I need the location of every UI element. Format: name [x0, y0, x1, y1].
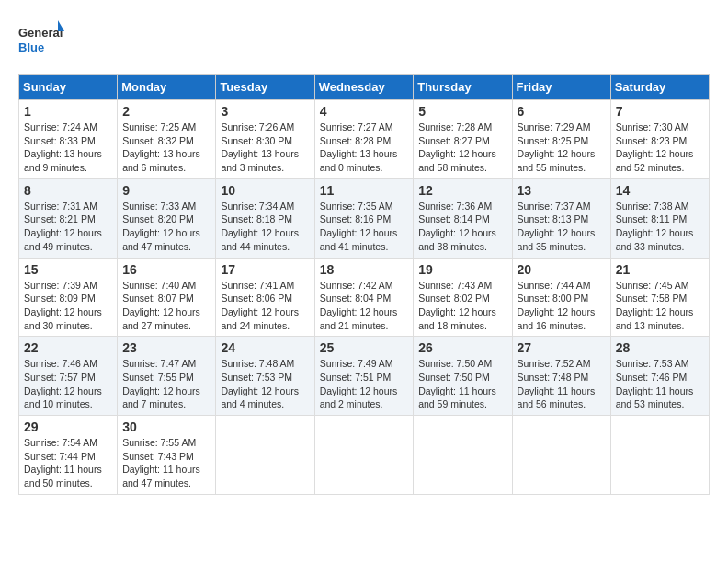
day-info: Sunrise: 7:54 AM Sunset: 7:44 PM Dayligh…	[24, 436, 112, 490]
day-number: 14	[616, 183, 704, 198]
day-number: 22	[24, 340, 112, 355]
table-cell	[414, 416, 512, 495]
table-cell: 6 Sunrise: 7:29 AM Sunset: 8:25 PM Dayli…	[512, 100, 610, 179]
logo: General Blue	[18, 18, 64, 60]
day-number: 9	[122, 183, 210, 198]
table-cell: 10 Sunrise: 7:34 AM Sunset: 8:18 PM Dayl…	[216, 178, 314, 258]
day-info: Sunrise: 7:50 AM Sunset: 7:50 PM Dayligh…	[418, 357, 506, 411]
day-number: 10	[221, 183, 309, 198]
day-info: Sunrise: 7:25 AM Sunset: 8:32 PM Dayligh…	[122, 121, 210, 175]
day-info: Sunrise: 7:45 AM Sunset: 7:58 PM Dayligh…	[616, 279, 704, 333]
table-cell: 16 Sunrise: 7:40 AM Sunset: 8:07 PM Dayl…	[118, 258, 216, 337]
table-cell: 12 Sunrise: 7:36 AM Sunset: 8:14 PM Dayl…	[414, 178, 512, 258]
table-cell: 15 Sunrise: 7:39 AM Sunset: 8:09 PM Dayl…	[19, 258, 118, 337]
day-info: Sunrise: 7:28 AM Sunset: 8:27 PM Dayligh…	[418, 121, 506, 175]
day-info: Sunrise: 7:27 AM Sunset: 8:28 PM Dayligh…	[320, 121, 409, 175]
table-cell: 14 Sunrise: 7:38 AM Sunset: 8:11 PM Dayl…	[610, 178, 709, 258]
table-cell: 18 Sunrise: 7:42 AM Sunset: 8:04 PM Dayl…	[314, 258, 414, 337]
day-info: Sunrise: 7:29 AM Sunset: 8:25 PM Dayligh…	[518, 121, 606, 175]
day-info: Sunrise: 7:39 AM Sunset: 8:09 PM Dayligh…	[24, 279, 112, 333]
table-cell: 7 Sunrise: 7:30 AM Sunset: 8:23 PM Dayli…	[610, 100, 709, 179]
day-number: 15	[24, 262, 112, 277]
day-number: 12	[418, 183, 506, 198]
col-sunday: Sunday	[19, 75, 118, 100]
calendar-row-1: 1 Sunrise: 7:24 AM Sunset: 8:33 PM Dayli…	[19, 100, 710, 179]
calendar-row-2: 8 Sunrise: 7:31 AM Sunset: 8:21 PM Dayli…	[19, 178, 710, 258]
day-number: 27	[518, 340, 606, 355]
svg-text:General: General	[18, 26, 63, 40]
calendar-row-3: 15 Sunrise: 7:39 AM Sunset: 8:09 PM Dayl…	[19, 258, 710, 337]
day-info: Sunrise: 7:52 AM Sunset: 7:48 PM Dayligh…	[518, 357, 606, 411]
table-cell: 28 Sunrise: 7:53 AM Sunset: 7:46 PM Dayl…	[610, 337, 709, 416]
table-cell	[512, 416, 610, 495]
day-number: 7	[616, 104, 704, 119]
table-cell: 5 Sunrise: 7:28 AM Sunset: 8:27 PM Dayli…	[414, 100, 512, 179]
day-info: Sunrise: 7:35 AM Sunset: 8:16 PM Dayligh…	[320, 200, 409, 254]
day-info: Sunrise: 7:24 AM Sunset: 8:33 PM Dayligh…	[24, 121, 112, 175]
day-number: 20	[518, 262, 606, 277]
day-info: Sunrise: 7:42 AM Sunset: 8:04 PM Dayligh…	[320, 279, 409, 333]
day-info: Sunrise: 7:38 AM Sunset: 8:11 PM Dayligh…	[616, 200, 704, 254]
svg-marker-2	[58, 20, 64, 31]
logo-svg: General Blue	[18, 18, 64, 60]
day-info: Sunrise: 7:44 AM Sunset: 8:00 PM Dayligh…	[518, 279, 606, 333]
day-number: 8	[24, 183, 112, 198]
day-info: Sunrise: 7:55 AM Sunset: 7:43 PM Dayligh…	[122, 436, 210, 490]
day-number: 16	[122, 262, 210, 277]
day-info: Sunrise: 7:46 AM Sunset: 7:57 PM Dayligh…	[24, 357, 112, 411]
day-number: 25	[320, 340, 409, 355]
day-number: 4	[320, 104, 409, 119]
day-number: 17	[221, 262, 309, 277]
page-header: General Blue	[18, 18, 710, 60]
col-monday: Monday	[118, 75, 216, 100]
day-number: 30	[122, 419, 210, 434]
table-cell: 11 Sunrise: 7:35 AM Sunset: 8:16 PM Dayl…	[314, 178, 414, 258]
table-cell: 22 Sunrise: 7:46 AM Sunset: 7:57 PM Dayl…	[19, 337, 118, 416]
day-number: 11	[320, 183, 409, 198]
table-cell: 23 Sunrise: 7:47 AM Sunset: 7:55 PM Dayl…	[118, 337, 216, 416]
day-number: 19	[418, 262, 506, 277]
day-info: Sunrise: 7:30 AM Sunset: 8:23 PM Dayligh…	[616, 121, 704, 175]
day-number: 6	[518, 104, 606, 119]
calendar-row-5: 29 Sunrise: 7:54 AM Sunset: 7:44 PM Dayl…	[19, 416, 710, 495]
table-cell: 2 Sunrise: 7:25 AM Sunset: 8:32 PM Dayli…	[118, 100, 216, 179]
table-cell: 26 Sunrise: 7:50 AM Sunset: 7:50 PM Dayl…	[414, 337, 512, 416]
day-info: Sunrise: 7:41 AM Sunset: 8:06 PM Dayligh…	[221, 279, 309, 333]
day-info: Sunrise: 7:34 AM Sunset: 8:18 PM Dayligh…	[221, 200, 309, 254]
day-info: Sunrise: 7:53 AM Sunset: 7:46 PM Dayligh…	[616, 357, 704, 411]
day-number: 3	[221, 104, 309, 119]
day-info: Sunrise: 7:43 AM Sunset: 8:02 PM Dayligh…	[418, 279, 506, 333]
day-info: Sunrise: 7:48 AM Sunset: 7:53 PM Dayligh…	[221, 357, 309, 411]
day-number: 13	[518, 183, 606, 198]
table-cell: 24 Sunrise: 7:48 AM Sunset: 7:53 PM Dayl…	[216, 337, 314, 416]
table-cell: 1 Sunrise: 7:24 AM Sunset: 8:33 PM Dayli…	[19, 100, 118, 179]
calendar-row-4: 22 Sunrise: 7:46 AM Sunset: 7:57 PM Dayl…	[19, 337, 710, 416]
col-thursday: Thursday	[414, 75, 512, 100]
table-cell: 8 Sunrise: 7:31 AM Sunset: 8:21 PM Dayli…	[19, 178, 118, 258]
table-cell: 25 Sunrise: 7:49 AM Sunset: 7:51 PM Dayl…	[314, 337, 414, 416]
day-info: Sunrise: 7:26 AM Sunset: 8:30 PM Dayligh…	[221, 121, 309, 175]
day-number: 23	[122, 340, 210, 355]
day-number: 18	[320, 262, 409, 277]
day-number: 28	[616, 340, 704, 355]
table-cell	[610, 416, 709, 495]
day-info: Sunrise: 7:49 AM Sunset: 7:51 PM Dayligh…	[320, 357, 409, 411]
table-cell: 21 Sunrise: 7:45 AM Sunset: 7:58 PM Dayl…	[610, 258, 709, 337]
day-number: 29	[24, 419, 112, 434]
day-number: 21	[616, 262, 704, 277]
day-info: Sunrise: 7:40 AM Sunset: 8:07 PM Dayligh…	[122, 279, 210, 333]
day-info: Sunrise: 7:36 AM Sunset: 8:14 PM Dayligh…	[418, 200, 506, 254]
calendar-table: Sunday Monday Tuesday Wednesday Thursday…	[18, 74, 710, 495]
table-cell: 17 Sunrise: 7:41 AM Sunset: 8:06 PM Dayl…	[216, 258, 314, 337]
day-info: Sunrise: 7:47 AM Sunset: 7:55 PM Dayligh…	[122, 357, 210, 411]
col-saturday: Saturday	[610, 75, 709, 100]
table-cell	[216, 416, 314, 495]
table-cell: 30 Sunrise: 7:55 AM Sunset: 7:43 PM Dayl…	[118, 416, 216, 495]
table-cell: 4 Sunrise: 7:27 AM Sunset: 8:28 PM Dayli…	[314, 100, 414, 179]
svg-text:Blue: Blue	[18, 40, 44, 54]
table-cell	[314, 416, 414, 495]
col-wednesday: Wednesday	[314, 75, 414, 100]
table-cell: 3 Sunrise: 7:26 AM Sunset: 8:30 PM Dayli…	[216, 100, 314, 179]
table-cell: 19 Sunrise: 7:43 AM Sunset: 8:02 PM Dayl…	[414, 258, 512, 337]
table-cell: 29 Sunrise: 7:54 AM Sunset: 7:44 PM Dayl…	[19, 416, 118, 495]
